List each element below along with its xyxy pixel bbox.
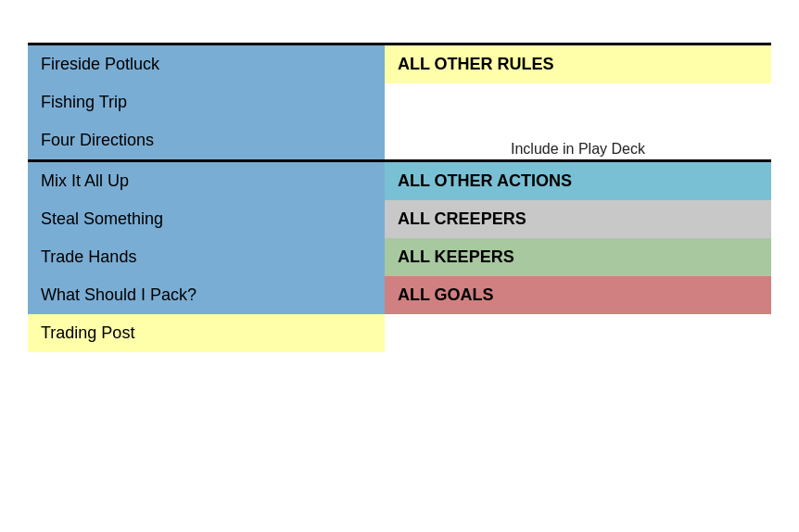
remove-card-cell: Trade Hands [28,238,385,276]
table-row: What Should I Pack?ALL GOALS [28,276,771,314]
remove-card-cell: What Should I Pack? [28,276,385,314]
remove-card-cell: Mix It All Up [28,162,385,200]
include-card-cell: ALL GOALS [385,276,771,314]
remove-card-cell: Fishing Trip [28,83,385,121]
col-header-remove [28,35,385,39]
table-row: Steal SomethingALL CREEPERS [28,200,771,238]
remove-card-cell: Fireside Potluck [28,45,385,83]
include-card-cell [385,314,771,352]
include-card-cell: ALL OTHER ACTIONS [385,162,771,200]
table-row: Mix It All UpALL OTHER ACTIONS [28,162,771,200]
table-row: Four DirectionsInclude in Play Deck [28,121,771,161]
include-card-cell: ALL KEEPERS [385,238,771,276]
include-card-cell: ALL CREEPERS [385,200,771,238]
table-row: Trade HandsALL KEEPERS [28,238,771,276]
col-header-include-rule [385,35,771,39]
cards-table: Fireside PotluckALL OTHER RULESFishing T… [28,43,771,352]
table-row: Fireside PotluckALL OTHER RULES [28,45,771,83]
table-row: Trading Post [28,314,771,352]
include-card-cell: ALL OTHER RULES [385,45,771,83]
include-card-cell [385,83,771,121]
include-card-cell: Include in Play Deck [385,121,771,161]
column-headers [28,35,771,39]
remove-card-cell: Four Directions [28,121,385,161]
remove-card-cell: Steal Something [28,200,385,238]
main-content: Fireside PotluckALL OTHER RULESFishing T… [28,35,771,352]
table-row: Fishing Trip [28,83,771,121]
remove-card-cell: Trading Post [28,314,385,352]
